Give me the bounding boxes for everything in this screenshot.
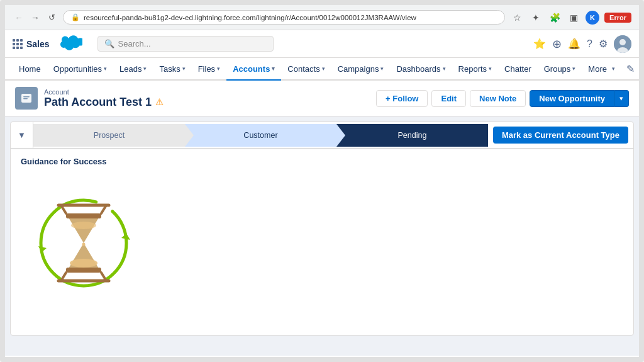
chevron-icon: ▾	[217, 65, 220, 72]
forward-button[interactable]: →	[29, 11, 42, 24]
help-icon[interactable]: ?	[587, 38, 592, 50]
svg-point-15	[82, 243, 86, 246]
path-step-label: Prospect	[94, 131, 125, 140]
chevron-icon: ▾	[272, 65, 275, 72]
nav-reports[interactable]: Reports ▾	[452, 58, 499, 81]
new-opportunity-button[interactable]: New Opportunity	[530, 90, 614, 107]
refresh-button[interactable]: ↺	[45, 11, 58, 24]
record-info: Account Path Account Test 1 ⚠	[15, 87, 164, 110]
nav-opportunities[interactable]: Opportunities ▾	[47, 58, 113, 81]
svg-marker-9	[68, 217, 99, 243]
sf-logo[interactable]	[60, 35, 82, 53]
new-opportunity-group: New Opportunity ▾	[530, 90, 629, 107]
error-badge: Error	[604, 13, 631, 23]
lock-icon: 🔒	[71, 13, 80, 21]
nav-campaigns[interactable]: Campaigns ▾	[331, 58, 391, 81]
illustration	[21, 174, 623, 312]
browser-actions: ☆ ✦ 🧩 ▣ K Error	[510, 11, 631, 25]
search-bar[interactable]: 🔍 Search...	[97, 36, 274, 52]
path-header: ▼ Prospect Customer Pending Mark as C	[11, 122, 633, 149]
nav-contacts[interactable]: Contacts ▾	[281, 58, 331, 81]
follow-button[interactable]: + Follow	[376, 90, 428, 107]
app-name: Sales	[26, 39, 50, 49]
search-icon: 🔍	[104, 39, 114, 48]
sf-mainnav: Home Opportunities ▾ Leads ▾ Tasks ▾ Fil…	[5, 58, 639, 81]
path-step-label: Customer	[243, 131, 277, 140]
url-text: resourceful-panda-bu81g2-dev-ed.lightnin…	[84, 14, 497, 21]
nav-more[interactable]: More ▾	[582, 58, 621, 81]
svg-rect-5	[23, 98, 28, 99]
star-icon[interactable]: ✦	[529, 11, 543, 25]
app-launcher-button[interactable]: Sales	[13, 39, 52, 49]
path-step-customer[interactable]: Customer	[185, 124, 336, 147]
chevron-icon: ▾	[104, 65, 107, 72]
topnav-icons: ⭐ ⊕ 🔔 ? ⚙	[533, 35, 631, 53]
add-icon[interactable]: ⊕	[552, 37, 562, 51]
sf-topnav: Sales 🔍 Search... ⭐ ⊕ 🔔 ? ⚙	[5, 30, 639, 58]
edit-button[interactable]: Edit	[431, 90, 466, 107]
sf-app: Sales 🔍 Search... ⭐ ⊕ 🔔 ? ⚙	[5, 30, 639, 356]
new-note-button[interactable]: New Note	[470, 90, 526, 107]
settings-icon[interactable]: ⚙	[599, 38, 608, 50]
tab-icon[interactable]: ▣	[567, 11, 580, 25]
path-step-prospect[interactable]: Prospect	[33, 124, 185, 147]
path-step-label: Pending	[397, 131, 426, 140]
path-steps: Prospect Customer Pending	[33, 124, 488, 147]
svg-point-13	[71, 222, 96, 229]
hourglass-illustration	[33, 193, 134, 293]
chevron-icon: ▾	[443, 65, 446, 72]
record-header: Account Path Account Test 1 ⚠ + Follow E…	[5, 81, 639, 116]
chevron-icon: ▾	[489, 65, 492, 72]
svg-point-1	[619, 39, 626, 45]
svg-rect-11	[66, 213, 101, 218]
chevron-icon: ▾	[612, 65, 615, 72]
nav-home[interactable]: Home	[13, 58, 47, 81]
path-collapse-button[interactable]: ▼	[11, 122, 33, 149]
nav-buttons: ← → ↺	[13, 11, 58, 24]
bookmark-icon[interactable]: ☆	[510, 11, 524, 25]
nav-chatter[interactable]: Chatter	[498, 58, 538, 81]
nav-edit-icon[interactable]: ✎	[626, 63, 635, 75]
extensions-icon[interactable]: 🧩	[548, 11, 562, 25]
grid-icon	[13, 39, 23, 49]
warning-icon: ⚠	[155, 97, 164, 107]
svg-marker-8	[38, 246, 47, 252]
chevron-icon: ▾	[572, 65, 575, 72]
browser-profile-avatar[interactable]: K	[586, 11, 599, 25]
content-area: ▼ Prospect Customer Pending Mark as C	[5, 116, 639, 356]
address-bar[interactable]: 🔒 resourceful-panda-bu81g2-dev-ed.lightn…	[63, 10, 505, 25]
record-actions: + Follow Edit New Note New Opportunity ▾	[376, 90, 629, 107]
nav-leads[interactable]: Leads ▾	[113, 58, 153, 81]
nav-tasks[interactable]: Tasks ▾	[153, 58, 191, 81]
svg-rect-12	[66, 268, 101, 273]
svg-rect-4	[23, 96, 30, 98]
svg-point-14	[70, 259, 97, 268]
chevron-icon: ▾	[182, 65, 186, 72]
content-card: ▼ Prospect Customer Pending Mark as C	[10, 122, 634, 336]
search-placeholder: Search...	[118, 39, 151, 48]
chevron-icon: ▾	[380, 65, 384, 72]
guidance-title: Guidance for Success	[21, 157, 623, 166]
nav-accounts[interactable]: Accounts ▾	[226, 58, 281, 81]
opportunity-dropdown-button[interactable]: ▾	[614, 90, 629, 107]
record-text: Account Path Account Test 1 ⚠	[44, 88, 164, 109]
bell-icon[interactable]: 🔔	[568, 38, 580, 50]
record-type-label: Account	[44, 88, 164, 96]
page-wrapper: ← → ↺ 🔒 resourceful-panda-bu81g2-dev-ed.…	[0, 0, 644, 362]
browser-chrome: ← → ↺ 🔒 resourceful-panda-bu81g2-dev-ed.…	[5, 5, 639, 30]
back-button[interactable]: ←	[13, 11, 25, 24]
chevron-icon: ▾	[143, 65, 147, 72]
path-step-pending[interactable]: Pending	[336, 124, 488, 147]
record-name: Path Account Test 1 ⚠	[44, 96, 164, 109]
guidance-section: Guidance for Success	[11, 149, 633, 320]
chevron-icon: ▾	[322, 65, 325, 72]
mark-current-button[interactable]: Mark as Current Account Type	[493, 127, 628, 144]
nav-groups[interactable]: Groups ▾	[538, 58, 582, 81]
favorites-icon[interactable]: ⭐	[533, 38, 546, 50]
nav-dashboards[interactable]: Dashboards ▾	[390, 58, 452, 81]
nav-files[interactable]: Files ▾	[192, 58, 226, 81]
user-avatar[interactable]	[614, 35, 631, 53]
svg-marker-7	[121, 234, 130, 240]
record-icon	[15, 87, 38, 110]
